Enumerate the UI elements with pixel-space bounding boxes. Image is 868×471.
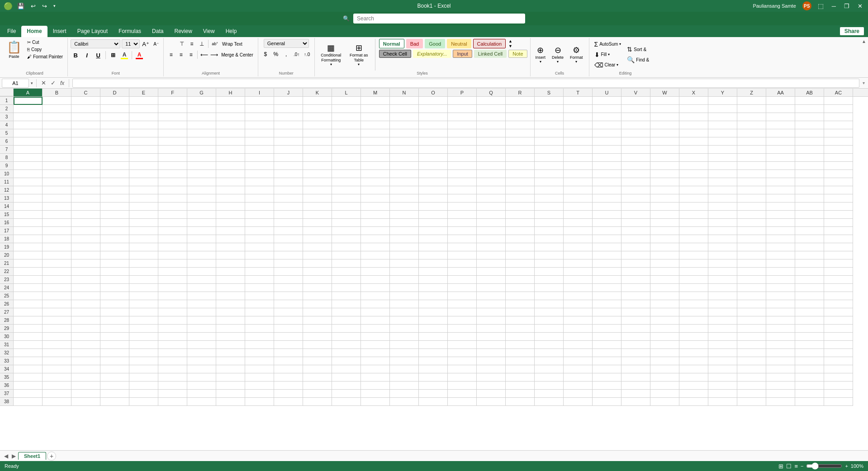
- cell-I29[interactable]: [245, 325, 274, 333]
- cell-W2[interactable]: [650, 105, 679, 113]
- zoom-out-button[interactable]: −: [801, 463, 803, 469]
- cell-P34[interactable]: [448, 365, 477, 373]
- cell-P2[interactable]: [448, 105, 477, 113]
- cell-O10[interactable]: [419, 170, 448, 178]
- orientation-button[interactable]: ab°: [210, 39, 219, 48]
- cell-E13[interactable]: [129, 194, 158, 203]
- cell-C3[interactable]: [71, 113, 100, 121]
- cell-K26[interactable]: [303, 300, 332, 308]
- cell-R11[interactable]: [506, 178, 535, 186]
- cell-Z28[interactable]: [737, 316, 766, 325]
- cell-AC34[interactable]: [824, 365, 853, 373]
- cell-B25[interactable]: [43, 292, 71, 300]
- cell-G36[interactable]: [187, 382, 216, 390]
- cell-N25[interactable]: [390, 292, 419, 300]
- cell-F12[interactable]: [158, 186, 187, 194]
- cell-AA4[interactable]: [766, 121, 795, 129]
- clear-button[interactable]: ⌫ Clear ▾: [592, 60, 624, 70]
- cell-Y33[interactable]: [708, 357, 737, 365]
- cell-Y18[interactable]: [708, 235, 737, 243]
- cell-V13[interactable]: [621, 194, 650, 203]
- cell-L9[interactable]: [332, 162, 361, 170]
- cell-P20[interactable]: [448, 251, 477, 259]
- cell-Y23[interactable]: [708, 276, 737, 284]
- cell-H4[interactable]: [216, 121, 245, 129]
- cell-AA14[interactable]: [766, 203, 795, 211]
- fill-button[interactable]: ⬇ Fill ▾: [592, 50, 624, 60]
- cell-N37[interactable]: [390, 390, 419, 398]
- cell-J16[interactable]: [274, 219, 303, 227]
- cell-W30[interactable]: [650, 333, 679, 341]
- cell-T22[interactable]: [564, 268, 593, 276]
- tab-review[interactable]: Review: [169, 26, 197, 37]
- cell-G6[interactable]: [187, 137, 216, 146]
- increase-font-size-button[interactable]: A⁺: [141, 39, 150, 48]
- cell-I37[interactable]: [245, 390, 274, 398]
- cell-P33[interactable]: [448, 357, 477, 365]
- cell-X10[interactable]: [679, 170, 708, 178]
- cell-O12[interactable]: [419, 186, 448, 194]
- cell-Y14[interactable]: [708, 203, 737, 211]
- cell-E32[interactable]: [129, 349, 158, 357]
- cell-K29[interactable]: [303, 325, 332, 333]
- cell-L28[interactable]: [332, 316, 361, 325]
- cell-G17[interactable]: [187, 227, 216, 235]
- col-header-R[interactable]: R: [506, 89, 535, 96]
- cell-G37[interactable]: [187, 390, 216, 398]
- cell-W12[interactable]: [650, 186, 679, 194]
- cell-T19[interactable]: [564, 243, 593, 251]
- cell-L32[interactable]: [332, 349, 361, 357]
- cell-R34[interactable]: [506, 365, 535, 373]
- cell-A27[interactable]: [14, 308, 43, 316]
- cell-E2[interactable]: [129, 105, 158, 113]
- paste-button[interactable]: 📋 Paste: [5, 39, 24, 60]
- col-header-U[interactable]: U: [593, 89, 621, 96]
- cell-K24[interactable]: [303, 284, 332, 292]
- cell-G31[interactable]: [187, 341, 216, 349]
- cell-AB13[interactable]: [795, 194, 824, 203]
- cell-AA6[interactable]: [766, 137, 795, 146]
- cell-I23[interactable]: [245, 276, 274, 284]
- cell-X6[interactable]: [679, 137, 708, 146]
- cell-L37[interactable]: [332, 390, 361, 398]
- cell-F38[interactable]: [158, 398, 187, 406]
- cell-I20[interactable]: [245, 251, 274, 259]
- cell-Z17[interactable]: [737, 227, 766, 235]
- cell-B16[interactable]: [43, 219, 71, 227]
- col-header-AA[interactable]: AA: [766, 89, 795, 96]
- cell-L30[interactable]: [332, 333, 361, 341]
- cell-Q5[interactable]: [477, 129, 506, 137]
- cell-J38[interactable]: [274, 398, 303, 406]
- cell-D4[interactable]: [100, 121, 129, 129]
- cell-V24[interactable]: [621, 284, 650, 292]
- cell-M22[interactable]: [361, 268, 390, 276]
- cell-Z2[interactable]: [737, 105, 766, 113]
- cell-AC21[interactable]: [824, 259, 853, 268]
- cell-Y12[interactable]: [708, 186, 737, 194]
- cell-L33[interactable]: [332, 357, 361, 365]
- cell-M24[interactable]: [361, 284, 390, 292]
- cell-A29[interactable]: [14, 325, 43, 333]
- cell-A37[interactable]: [14, 390, 43, 398]
- cell-D32[interactable]: [100, 349, 129, 357]
- font-size-select[interactable]: 11: [122, 39, 140, 48]
- cell-L15[interactable]: [332, 211, 361, 219]
- row-number-31[interactable]: 31: [0, 341, 13, 349]
- cell-P14[interactable]: [448, 203, 477, 211]
- cell-D28[interactable]: [100, 316, 129, 325]
- cell-S22[interactable]: [535, 268, 564, 276]
- cell-L23[interactable]: [332, 276, 361, 284]
- cell-Y16[interactable]: [708, 219, 737, 227]
- cell-AA35[interactable]: [766, 373, 795, 382]
- cell-P3[interactable]: [448, 113, 477, 121]
- cell-D36[interactable]: [100, 382, 129, 390]
- cell-U19[interactable]: [593, 243, 621, 251]
- cell-G27[interactable]: [187, 308, 216, 316]
- cell-C36[interactable]: [71, 382, 100, 390]
- cell-R5[interactable]: [506, 129, 535, 137]
- format-cells-button[interactable]: ⚙ Format ▾: [568, 44, 585, 65]
- cell-AB30[interactable]: [795, 333, 824, 341]
- cell-AB6[interactable]: [795, 137, 824, 146]
- cell-V33[interactable]: [621, 357, 650, 365]
- cell-M37[interactable]: [361, 390, 390, 398]
